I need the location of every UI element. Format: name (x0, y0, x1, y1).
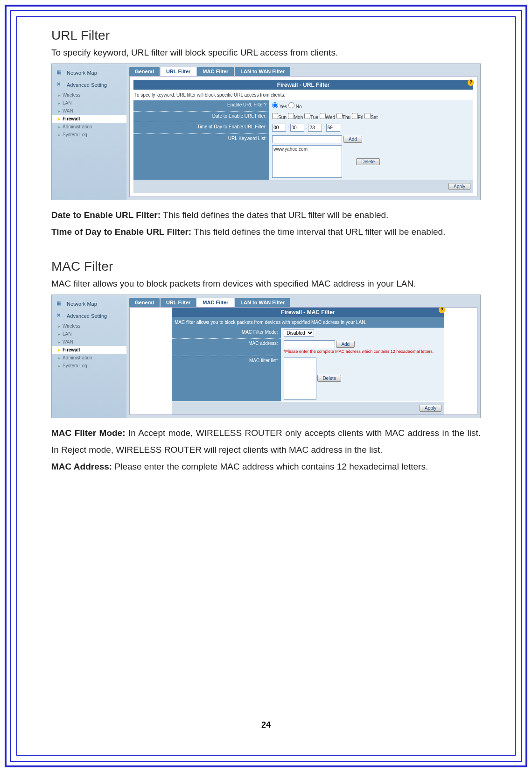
tab-mac-filter[interactable]: MAC Filter (197, 298, 234, 307)
time-m2[interactable] (326, 124, 340, 132)
panel-desc: To specify keyword, URL filter will bloc… (133, 90, 473, 100)
chk-sun[interactable] (272, 113, 278, 119)
panel-body: Firewall - MAC Filter ? MAC filter allow… (129, 307, 477, 415)
chk-thu[interactable] (336, 113, 343, 119)
network-map-icon (56, 300, 64, 308)
delete-button[interactable]: Delete (356, 158, 380, 165)
apply-row: Apply (172, 402, 444, 414)
form-table: MAC Filter Mode: Disabled MAC address: A… (172, 328, 444, 402)
panel-body: Firewall - URL Filter ? To specify keywo… (129, 76, 477, 197)
sidebar-administration[interactable]: Administration (52, 123, 126, 131)
tab-lan-wan[interactable]: LAN to WAN Filter (235, 67, 290, 76)
arrow-icon (58, 331, 61, 337)
label-date: Date to Enable URL Filter: (133, 111, 269, 122)
add-button[interactable]: Add (336, 341, 355, 348)
tabs: General URL Filter MAC Filter LAN to WAN… (129, 67, 477, 76)
arrow-icon (58, 339, 61, 344)
field-date: Sun Mon Tue Wed Thu Fri Sat (269, 111, 473, 122)
label-enable: Enable URL Filter? (133, 100, 269, 111)
sidebar: Network Map Advanced Setting Wireless LA… (52, 295, 126, 418)
mac-filter-screenshot: Network Map Advanced Setting Wireless LA… (51, 295, 481, 418)
arrow-icon (58, 132, 61, 137)
tab-general[interactable]: General (129, 67, 160, 76)
field-enable: Yes No (269, 100, 473, 111)
nav-advanced[interactable]: Advanced Setting (52, 310, 126, 322)
sidebar-lan[interactable]: LAN (52, 330, 126, 338)
label-list: URL Keyword List: (133, 133, 269, 180)
mode-select[interactable]: Disabled (284, 330, 314, 337)
url-filter-screenshot: Network Map Advanced Setting Wireless LA… (51, 63, 481, 200)
arrow-icon (58, 92, 61, 98)
sidebar-firewall[interactable]: Firewall (52, 115, 126, 123)
arrow-icon (58, 355, 61, 360)
sidebar-wan[interactable]: WAN (52, 107, 126, 115)
sidebar-wireless[interactable]: Wireless (52, 322, 126, 330)
tab-lan-wan[interactable]: LAN to WAN Filter (235, 298, 290, 307)
chk-tue[interactable] (304, 113, 310, 119)
apply-row: Apply (133, 180, 473, 193)
arrow-icon (58, 124, 61, 129)
mac-section: MAC Filter MAC filter allows you to bloc… (51, 259, 481, 475)
field-time: : - : (269, 122, 473, 133)
form-table: Enable URL Filter? Yes No Date to Enable… (133, 100, 473, 180)
chk-sat[interactable] (364, 113, 371, 119)
tab-url-filter[interactable]: URL Filter (161, 298, 196, 307)
mac-filter-desc: MAC filter allows you to block packets f… (51, 277, 481, 291)
sidebar: Network Map Advanced Setting Wireless LA… (52, 64, 126, 200)
nav-network-map[interactable]: Network Map (52, 298, 126, 310)
time-h1[interactable] (272, 124, 286, 132)
field-addr: Add *Please enter the complete MAC addre… (281, 338, 444, 356)
keyword-list[interactable]: www.yahoo.com (272, 145, 342, 178)
page-content: URL Filter To specify keyword, URL filte… (51, 28, 481, 475)
tab-mac-filter[interactable]: MAC Filter (197, 67, 234, 76)
arrow-icon (58, 116, 61, 121)
help-icon[interactable]: ? (468, 79, 474, 86)
time-h2[interactable] (308, 124, 322, 132)
sidebar-system-log[interactable]: System Log (52, 362, 126, 370)
network-map-icon (56, 69, 64, 77)
url-filter-heading: URL Filter (51, 28, 481, 43)
tab-url-filter[interactable]: URL Filter (161, 67, 196, 76)
mac-input[interactable] (284, 340, 335, 348)
page-number: 24 (0, 720, 532, 730)
url-filter-desc: To specify keyword, URL filter will bloc… (51, 46, 481, 60)
sidebar-administration[interactable]: Administration (52, 354, 126, 362)
arrow-icon (58, 323, 61, 329)
add-button[interactable]: Add (343, 136, 362, 143)
mac-note: *Please enter the complete MAC address w… (284, 349, 441, 354)
tabs: General URL Filter MAC Filter LAN to WAN… (129, 298, 477, 307)
chk-fri[interactable] (352, 113, 358, 119)
help-icon[interactable]: ? (439, 307, 445, 313)
tab-general[interactable]: General (129, 298, 160, 307)
advanced-icon (56, 81, 64, 89)
radio-no[interactable] (288, 102, 294, 108)
field-list: Add www.yahoo.com Delete (269, 133, 473, 180)
label-list: MAC filter list: (172, 356, 281, 401)
label-time: Time of Day to Enable URL Filter: (133, 122, 269, 133)
chk-wed[interactable] (320, 113, 326, 119)
sidebar-wireless[interactable]: Wireless (52, 91, 126, 99)
def-time: Time of Day to Enable URL Filter: This f… (51, 224, 481, 240)
sidebar-lan[interactable]: LAN (52, 99, 126, 107)
sidebar-system-log[interactable]: System Log (52, 131, 126, 139)
chk-mon[interactable] (288, 113, 294, 119)
panel-title: Firewall - MAC Filter ? (172, 308, 444, 317)
sidebar-firewall[interactable]: Firewall (52, 346, 126, 354)
label-mode: MAC Filter Mode: (172, 328, 281, 338)
radio-yes[interactable] (272, 102, 278, 108)
advanced-icon (56, 312, 64, 320)
sidebar-wan[interactable]: WAN (52, 338, 126, 346)
apply-button[interactable]: Apply (448, 183, 470, 190)
nav-network-map[interactable]: Network Map (52, 67, 126, 79)
time-m1[interactable] (290, 124, 304, 132)
label-addr: MAC address: (172, 338, 281, 356)
arrow-icon (58, 347, 61, 352)
def-mode: MAC Filter Mode: In Accept mode, WIRELES… (51, 425, 481, 458)
keyword-input[interactable] (272, 135, 342, 143)
nav-advanced[interactable]: Advanced Setting (52, 79, 126, 91)
mac-list-box[interactable] (284, 358, 316, 400)
delete-button[interactable]: Delete (317, 375, 341, 382)
main-panel: General URL Filter MAC Filter LAN to WAN… (126, 295, 480, 418)
nav-label: Advanced Setting (67, 82, 107, 88)
apply-button[interactable]: Apply (420, 405, 441, 412)
